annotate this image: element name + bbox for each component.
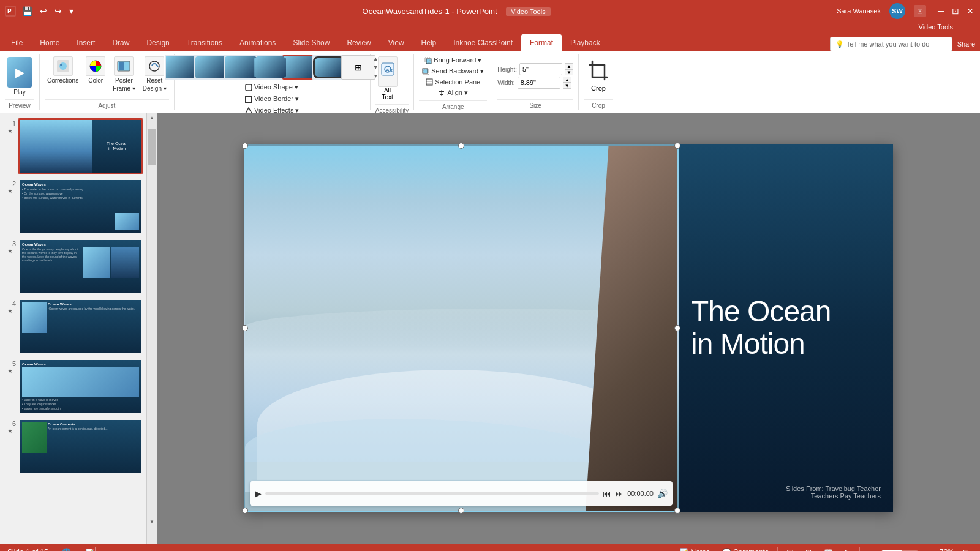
handle-bm[interactable] [458, 508, 464, 514]
ribbon-group-crop: Crop Crop [579, 54, 618, 110]
play-btn[interactable]: ▶ Play [5, 56, 34, 97]
tab-animations[interactable]: Animations [231, 34, 284, 51]
align-btn[interactable]: Align ▾ [435, 88, 471, 98]
svg-point-4 [60, 64, 62, 66]
slide-item-6[interactable]: 6 ★ Ocean Currents An ocean current is a… [2, 418, 144, 475]
svg-rect-25 [440, 94, 443, 95]
redo-btn[interactable]: ↪ [52, 5, 64, 17]
width-up[interactable]: ▲ [563, 77, 571, 83]
slideshow-btn[interactable]: ▶ [842, 547, 854, 551]
tab-view[interactable]: View [380, 34, 413, 51]
slide-thumb-5[interactable]: Ocean Waves • water in a wave is moves •… [18, 359, 143, 414]
comments-btn[interactable]: 💬 Comments [718, 547, 772, 551]
svg-rect-10 [246, 84, 252, 91]
tab-insert[interactable]: Insert [68, 34, 104, 51]
customize-btn[interactable]: ▾ [67, 5, 76, 17]
slide-item-4[interactable]: 4 ★ Ocean Waves •Ocean waves are caused … [2, 298, 144, 355]
style-thumb-3[interactable] [224, 55, 258, 80]
slide-thumb-6[interactable]: Ocean Currents An ocean current is a con… [18, 419, 143, 474]
slide-panel: 1 ★ The Oceanin Motion 2 ★ Ocean Wav [0, 113, 147, 544]
slide-item-3[interactable]: 3 ★ Ocean Waves One of the things many p… [2, 238, 144, 295]
reading-view-btn[interactable]: 📖 [820, 547, 837, 551]
corrections-btn[interactable]: Corrections [45, 55, 81, 93]
slide-thumb-4[interactable]: Ocean Waves •Ocean waves are caused by t… [18, 299, 143, 354]
zoom-in-btn[interactable]: + [923, 547, 935, 551]
slide-thumb-3[interactable]: Ocean Waves One of the things many peopl… [18, 239, 143, 294]
tab-review[interactable]: Review [338, 34, 379, 51]
slide-background: ▶ ⏮ ⏭ 00:00.00 🔊 The Oceanin Motion Slid… [244, 144, 893, 512]
video-shape-btn[interactable]: Video Shape ▾ [242, 82, 302, 92]
save-btn[interactable]: 💾 [20, 5, 35, 17]
tab-inknoe[interactable]: Inknoe ClassPoint [445, 34, 521, 51]
normal-view-btn[interactable]: ▣ [783, 547, 797, 551]
tab-help[interactable]: Help [413, 34, 445, 51]
tab-draw[interactable]: Draw [104, 34, 138, 51]
handle-tl[interactable] [242, 143, 248, 149]
svg-rect-7 [119, 62, 124, 70]
color-btn[interactable]: Color [83, 55, 108, 93]
video-tools-bar-label: Video Tools [894, 23, 978, 31]
display-options-btn[interactable]: ⊡ [914, 5, 926, 17]
video-volume-btn[interactable]: 🔊 [657, 489, 668, 498]
handle-tm[interactable] [458, 143, 464, 149]
tab-home[interactable]: Home [31, 34, 68, 51]
alt-text-btn[interactable]: Alt Alt Text [375, 55, 400, 102]
tab-slideshow[interactable]: Slide Show [284, 34, 338, 51]
handle-ml[interactable] [242, 325, 248, 331]
selection-pane-btn[interactable]: Selection Pane [423, 77, 483, 87]
send-backward-btn[interactable]: Send Backward ▾ [419, 66, 487, 77]
handle-mr[interactable] [674, 325, 680, 331]
quick-access-toolbar: 💾 ↩ ↪ ▾ [20, 5, 76, 17]
slide-thumb-1[interactable]: The Oceanin Motion [18, 119, 143, 174]
slide-item-1[interactable]: 1 ★ The Oceanin Motion [2, 118, 144, 175]
crop-btn[interactable]: Crop [584, 58, 613, 94]
undo-btn[interactable]: ↩ [37, 5, 50, 17]
width-down[interactable]: ▼ [563, 83, 571, 89]
tab-playback[interactable]: Playback [562, 34, 609, 51]
slide-item-2[interactable]: 2 ★ Ocean Waves • The water in the ocean… [2, 178, 144, 235]
video-forward-btn[interactable]: ⏭ [615, 489, 624, 498]
credit-link[interactable]: Travelbug [825, 485, 855, 492]
scroll-thumb[interactable] [148, 129, 156, 165]
svg-rect-18 [423, 69, 428, 73]
svg-marker-9 [157, 64, 159, 68]
tab-design[interactable]: Design [138, 34, 178, 51]
video-element[interactable]: ▶ ⏮ ⏭ 00:00.00 🔊 [244, 144, 679, 512]
video-progress-bar[interactable] [265, 492, 599, 495]
tab-transitions[interactable]: Transitions [178, 34, 231, 51]
share-btn[interactable]: Share [957, 40, 975, 48]
fit-btn[interactable]: ⊡ [959, 547, 973, 551]
video-play-btn[interactable]: ▶ [255, 489, 262, 498]
notes-btn[interactable]: 📝 Notes [676, 547, 714, 551]
status-left: Slide 1 of 15 🌐 📝 [7, 547, 96, 551]
handle-bl[interactable] [242, 508, 248, 514]
style-thumb-4[interactable] [253, 55, 287, 80]
ribbon-tabs: File Home Insert Draw Design Transitions… [0, 32, 980, 51]
video-border-btn[interactable]: Video Border ▾ [242, 94, 302, 104]
slide-item-5[interactable]: 5 ★ Ocean Waves • water in a wave is mov… [2, 358, 144, 415]
tell-me-input[interactable]: 💡 Tell me what you want to do [830, 37, 952, 51]
slide-thumb-2[interactable]: Ocean Waves • The water in the ocean is … [18, 179, 143, 234]
slide-title: The Oceanin Motion [691, 296, 881, 361]
minimize-btn[interactable]: ─ [936, 6, 946, 16]
height-up[interactable]: ▲ [565, 63, 573, 69]
language-btn[interactable]: 🌐 [58, 547, 75, 551]
zoom-out-btn[interactable]: − [865, 547, 876, 551]
tab-format[interactable]: Format [521, 34, 562, 51]
handle-tr[interactable] [674, 143, 680, 149]
main-area: 1 ★ The Oceanin Motion 2 ★ Ocean Wav [0, 113, 980, 544]
width-input[interactable] [518, 77, 560, 89]
bring-forward-btn[interactable]: Bring Forward ▾ [421, 55, 484, 66]
video-rewind-btn[interactable]: ⏮ [603, 489, 611, 498]
height-down[interactable]: ▼ [565, 69, 573, 75]
close-btn[interactable]: ✕ [965, 6, 975, 16]
notes-icon[interactable]: 📝 [85, 547, 96, 551]
slide-panel-scrollbar[interactable]: ▲ ▼ [147, 113, 157, 544]
height-input[interactable] [519, 63, 562, 75]
tab-file[interactable]: File [2, 34, 31, 51]
handle-br[interactable] [674, 508, 680, 514]
slide-sort-btn[interactable]: ⊞ [802, 547, 815, 551]
poster-frame-btn[interactable]: Poster Frame ▾ [110, 55, 138, 93]
user-avatar[interactable]: SW [889, 3, 905, 19]
restore-btn[interactable]: ⊡ [951, 6, 960, 16]
